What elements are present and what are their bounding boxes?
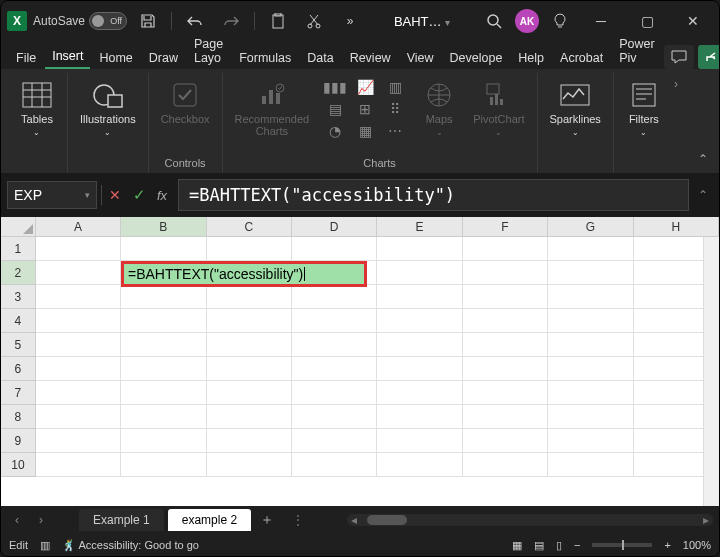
workbook-stats-icon[interactable]: ▥ bbox=[40, 539, 50, 552]
collapse-ribbon-icon[interactable]: ⌃ bbox=[693, 149, 713, 169]
combo-chart-icon[interactable]: ▦ bbox=[351, 121, 379, 141]
svg-rect-8 bbox=[174, 84, 196, 106]
row-header[interactable]: 9 bbox=[1, 429, 36, 453]
more-charts-icon[interactable]: ⋯ bbox=[381, 121, 409, 141]
col-header[interactable]: C bbox=[207, 217, 292, 236]
tab-draw[interactable]: Draw bbox=[142, 47, 185, 69]
tables-button[interactable]: Tables⌄ bbox=[15, 77, 59, 140]
tab-file[interactable]: File bbox=[9, 47, 43, 69]
zoom-out-button[interactable]: − bbox=[574, 539, 580, 551]
tab-power-pivot[interactable]: Power Piv bbox=[612, 33, 661, 69]
autosave-toggle[interactable]: Off bbox=[89, 12, 127, 30]
tab-acrobat[interactable]: Acrobat bbox=[553, 47, 610, 69]
sheet-nav-next-icon[interactable]: › bbox=[31, 513, 51, 527]
sheet-menu-icon[interactable]: ⋮ bbox=[283, 513, 313, 527]
column-chart-icon[interactable]: ▮▮▮ bbox=[321, 77, 349, 97]
spreadsheet-grid[interactable]: A B C D E F G H 1 2 3 4 5 6 7 8 9 10 =BA… bbox=[1, 217, 719, 506]
tab-home[interactable]: Home bbox=[92, 47, 139, 69]
lightbulb-icon[interactable] bbox=[545, 6, 575, 36]
row-header[interactable]: 4 bbox=[1, 309, 36, 333]
column-headers: A B C D E F G H bbox=[1, 217, 719, 237]
zoom-level[interactable]: 100% bbox=[683, 539, 711, 551]
filters-button[interactable]: Filters⌄ bbox=[622, 77, 666, 140]
horizontal-scrollbar[interactable]: ◂▸ bbox=[347, 514, 713, 526]
tab-review[interactable]: Review bbox=[343, 47, 398, 69]
col-header[interactable]: E bbox=[377, 217, 462, 236]
expand-formula-bar-icon[interactable]: ⌃ bbox=[693, 188, 713, 202]
view-page-break-icon[interactable]: ▯ bbox=[556, 539, 562, 552]
ribbon-scroll-right-icon[interactable]: › bbox=[674, 77, 684, 91]
active-cell-editor[interactable]: =BAHTTEXT("accessibility") bbox=[121, 261, 367, 287]
sheet-tab[interactable]: example 2 bbox=[168, 509, 251, 531]
tab-page-layout[interactable]: Page Layo bbox=[187, 33, 230, 69]
maximize-button[interactable]: ▢ bbox=[627, 6, 667, 36]
col-header[interactable]: A bbox=[36, 217, 121, 236]
autosave-control[interactable]: AutoSave Off bbox=[33, 12, 127, 30]
tab-insert[interactable]: Insert bbox=[45, 45, 90, 69]
comments-icon[interactable] bbox=[664, 45, 694, 69]
row-header[interactable]: 7 bbox=[1, 381, 36, 405]
user-avatar[interactable]: AK bbox=[515, 9, 539, 33]
zoom-slider[interactable] bbox=[592, 543, 652, 547]
undo-icon[interactable] bbox=[180, 6, 210, 36]
svg-rect-17 bbox=[500, 99, 503, 105]
accessibility-icon: 🕺 bbox=[62, 539, 76, 551]
tab-developer[interactable]: Develope bbox=[443, 47, 510, 69]
tab-data[interactable]: Data bbox=[300, 47, 340, 69]
svg-rect-0 bbox=[273, 15, 283, 28]
chevron-down-icon[interactable]: ▾ bbox=[85, 190, 90, 200]
formula-input[interactable]: =BAHTTEXT("accessibility") bbox=[178, 179, 689, 211]
redo-icon[interactable] bbox=[216, 6, 246, 36]
formula-bar: EXP ▾ ✕ ✓ fx =BAHTTEXT("accessibility") … bbox=[1, 173, 719, 217]
cancel-formula-icon[interactable]: ✕ bbox=[104, 184, 126, 206]
tab-formulas[interactable]: Formulas bbox=[232, 47, 298, 69]
col-header[interactable]: D bbox=[292, 217, 377, 236]
line-chart-icon[interactable]: 📈 bbox=[351, 77, 379, 97]
view-normal-icon[interactable]: ▦ bbox=[512, 539, 522, 552]
vertical-scrollbar[interactable] bbox=[703, 237, 719, 506]
sparklines-button[interactable]: Sparklines⌄ bbox=[546, 77, 605, 140]
qat-overflow-icon[interactable]: » bbox=[335, 6, 365, 36]
sheet-nav-prev-icon[interactable]: ‹ bbox=[7, 513, 27, 527]
pivotchart-button: PivotChart⌄ bbox=[469, 77, 528, 140]
hierarchy-chart-icon[interactable]: ▥ bbox=[381, 77, 409, 97]
accessibility-status[interactable]: 🕺 Accessibility: Good to go bbox=[62, 539, 199, 552]
view-page-layout-icon[interactable]: ▤ bbox=[534, 539, 544, 552]
tab-help[interactable]: Help bbox=[511, 47, 551, 69]
save-icon[interactable] bbox=[133, 6, 163, 36]
col-header[interactable]: H bbox=[634, 217, 719, 236]
statistic-chart-icon[interactable]: ⊞ bbox=[351, 99, 379, 119]
search-icon[interactable] bbox=[479, 6, 509, 36]
col-header[interactable]: G bbox=[548, 217, 633, 236]
col-header[interactable]: F bbox=[463, 217, 548, 236]
name-box[interactable]: EXP ▾ bbox=[7, 181, 97, 209]
select-all-corner[interactable] bbox=[1, 217, 36, 236]
row-header[interactable]: 5 bbox=[1, 333, 36, 357]
maps-button: Maps⌄ bbox=[417, 77, 461, 140]
sheet-tab[interactable]: Example 1 bbox=[79, 509, 164, 531]
row-header[interactable]: 2 bbox=[1, 261, 36, 285]
share-button[interactable] bbox=[698, 45, 720, 69]
close-button[interactable]: ✕ bbox=[673, 6, 713, 36]
row-header[interactable]: 10 bbox=[1, 453, 36, 477]
enter-formula-icon[interactable]: ✓ bbox=[128, 184, 150, 206]
fx-icon[interactable]: fx bbox=[152, 184, 174, 206]
illustrations-button[interactable]: Illustrations⌄ bbox=[76, 77, 140, 140]
svg-rect-7 bbox=[108, 95, 122, 107]
bar-chart-icon[interactable]: ▤ bbox=[321, 99, 349, 119]
row-header[interactable]: 1 bbox=[1, 237, 36, 261]
tab-view[interactable]: View bbox=[400, 47, 441, 69]
row-header[interactable]: 6 bbox=[1, 357, 36, 381]
zoom-in-button[interactable]: + bbox=[664, 539, 670, 551]
pie-chart-icon[interactable]: ◔ bbox=[321, 121, 349, 141]
minimize-button[interactable]: ─ bbox=[581, 6, 621, 36]
svg-point-4 bbox=[488, 15, 498, 25]
col-header[interactable]: B bbox=[121, 217, 206, 236]
row-header[interactable]: 3 bbox=[1, 285, 36, 309]
cut-icon[interactable] bbox=[299, 6, 329, 36]
scatter-chart-icon[interactable]: ⠿ bbox=[381, 99, 409, 119]
row-header[interactable]: 8 bbox=[1, 405, 36, 429]
document-title[interactable]: BAHT… ▾ bbox=[394, 14, 450, 29]
clipboard-icon[interactable] bbox=[263, 6, 293, 36]
add-sheet-button[interactable]: ＋ bbox=[255, 511, 279, 529]
